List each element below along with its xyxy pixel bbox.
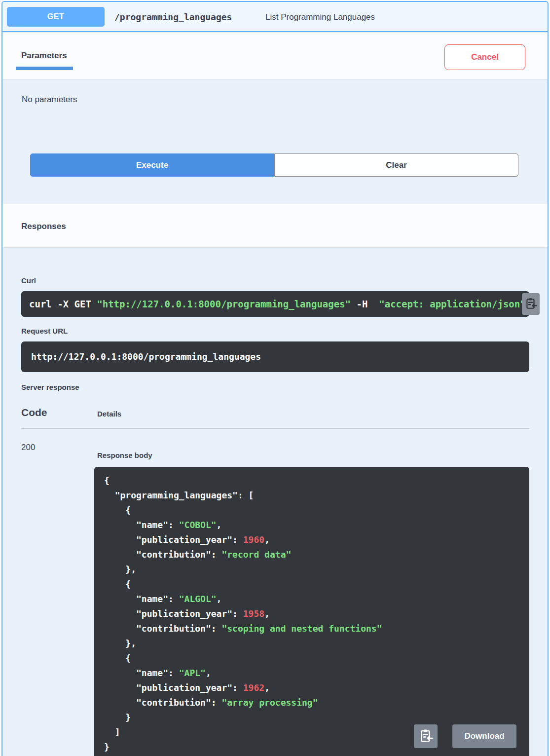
- operation-summary-row[interactable]: GET /programming_languages List Programm…: [2, 2, 548, 32]
- details-column-header: Details: [97, 410, 121, 418]
- response-body-json: { "programming_languages": [ { "name": "…: [104, 473, 529, 755]
- operation-panel: GET /programming_languages List Programm…: [1, 1, 549, 756]
- execute-button-group: Execute Clear: [30, 153, 518, 177]
- clear-button[interactable]: Clear: [274, 153, 518, 177]
- curl-label: Curl: [21, 276, 36, 285]
- http-method-badge: GET: [7, 7, 105, 27]
- clipboard-copy-icon: [524, 297, 537, 311]
- parameters-section-header: Parameters Cancel: [2, 33, 548, 79]
- execute-button[interactable]: Execute: [30, 153, 274, 177]
- cancel-button[interactable]: Cancel: [444, 44, 525, 70]
- download-button[interactable]: Download: [452, 724, 516, 748]
- endpoint-path: /programming_languages: [114, 2, 232, 32]
- response-table-divider: [21, 428, 529, 429]
- parameters-title: Parameters: [21, 51, 67, 60]
- request-url-value: http://127.0.0.1:8000/programming_langua…: [21, 341, 529, 372]
- code-column-header: Code: [21, 407, 47, 418]
- copy-response-button[interactable]: [414, 724, 438, 748]
- server-response-label: Server response: [21, 383, 79, 391]
- response-body-label: Response body: [97, 451, 152, 459]
- response-body-panel: { "programming_languages": [ { "name": "…: [94, 467, 529, 756]
- responses-section-header: Responses: [2, 203, 548, 247]
- status-code: 200: [21, 443, 35, 453]
- clipboard-copy-icon: [418, 728, 433, 745]
- endpoint-summary: List Programming Languages: [265, 2, 375, 32]
- curl-command[interactable]: curl -X GET "http://127.0.0.1:8000/progr…: [21, 291, 529, 317]
- no-parameters-message: No parameters: [22, 95, 77, 105]
- request-url-label: Request URL: [21, 327, 68, 335]
- tab-parameters[interactable]: Parameters: [16, 51, 73, 70]
- copy-curl-button[interactable]: [522, 293, 540, 315]
- responses-title: Responses: [21, 222, 66, 231]
